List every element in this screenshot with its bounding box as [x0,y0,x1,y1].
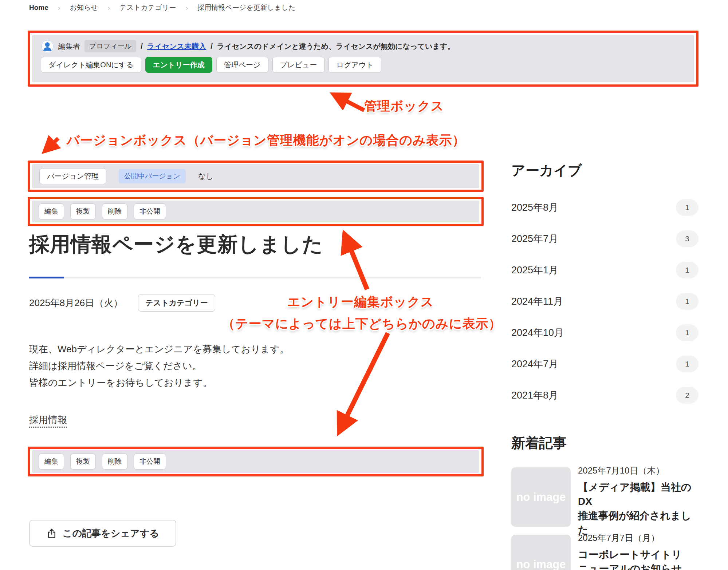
archive-item-2025-07[interactable]: 2025年7月 3 [511,229,699,249]
arrow-to-admin-box [334,95,364,110]
separator-slash: / [210,42,213,51]
breadcrumb: Home › お知らせ › テストカテゴリー › 採用情報ページを更新しました [29,3,295,12]
archive-label: 2024年7月 [511,357,558,371]
published-version-badge: 公開中バージョン [119,169,186,183]
editor-role-label: 編集者 [58,41,80,51]
recent-article-item[interactable]: no image 2025年7月7日（月） コーポレートサイトリ ニューアルのお… [511,532,699,570]
archive-label: 2024年10月 [511,326,564,339]
annotation-entry-edit-label: エントリー編集ボックス （テーマによっては上下どちらかのみに表示） [222,291,499,335]
archive-label: 2025年7月 [511,232,558,245]
archive-item-2024-10[interactable]: 2024年10月 1 [511,322,699,343]
archive-item-2024-11[interactable]: 2024年11月 1 [511,291,699,312]
article-date: 2025年7月7日（月） [578,532,699,544]
separator-slash: / [141,42,143,51]
body-paragraph: 詳細は採用情報ページをご覧ください。 [29,357,289,374]
no-image-placeholder: no image [511,535,571,570]
recent-articles-heading: 新着記事 [511,434,567,452]
preview-button[interactable]: プレビュー [272,57,325,73]
version-manage-button[interactable]: バージョン管理 [39,168,106,184]
archive-count-badge: 3 [676,230,699,247]
article-title: コーポレートサイトリ ニューアルのお知らせ [578,547,699,570]
category-badge[interactable]: テストカテゴリー [138,294,215,312]
breadcrumb-category-link[interactable]: テストカテゴリー [119,3,176,12]
admin-page-button[interactable]: 管理ページ [216,57,268,73]
archive-count-badge: 1 [676,356,699,372]
admin-box: 編集者 プロフィール / ライセンス未購入 / ライセンスのドメインと違うため、… [32,35,694,82]
title-divider [29,277,481,278]
user-avatar-icon [41,40,54,53]
breadcrumb-separator-icon: › [58,3,60,12]
archive-item-2025-01[interactable]: 2025年1月 1 [511,260,699,280]
archive-label: 2021年8月 [511,389,558,402]
article-title: 【メディア掲載】当社のDX 推進事例が紹介されました [578,480,699,537]
archive-label: 2025年1月 [511,264,558,277]
body-paragraph: 現在、Webディレクターとエンジニアを募集しております。 [29,341,289,357]
breadcrumb-current-page: 採用情報ページを更新しました [197,3,295,12]
entry-date: 2025年8月26日（火） [29,297,123,309]
entry-title: 採用情報ページを更新しました [29,231,323,258]
create-entry-button[interactable]: エントリー作成 [145,57,212,73]
entry-page: Home › お知らせ › テストカテゴリー › 採用情報ページを更新しました … [0,0,728,570]
recent-article-item[interactable]: no image 2025年7月10日（木） 【メディア掲載】当社のDX 推進事… [511,465,699,537]
recruit-info-link[interactable]: 採用情報 [29,413,67,428]
share-article-button[interactable]: この記事をシェアする [29,520,176,547]
body-paragraph: 皆様のエントリーをお待ちしております。 [29,374,289,391]
annotation-entry-line2: （テーマによっては上下どちらかのみに表示） [222,313,499,335]
archive-label: 2025年8月 [511,201,558,214]
article-date: 2025年7月10日（木） [578,465,699,476]
breadcrumb-separator-icon: › [185,3,188,12]
arrow-to-edit-box-top [345,235,367,289]
entry-edit-box-top: 編集 複製 削除 非公開 [32,201,479,222]
breadcrumb-home-link[interactable]: Home [29,4,48,12]
archive-item-2021-08[interactable]: 2021年8月 2 [511,385,699,405]
archive-count-badge: 1 [676,293,699,310]
edit-button[interactable]: 編集 [39,203,64,219]
annotation-entry-line1: エントリー編集ボックス [222,291,499,313]
share-icon [46,528,57,539]
duplicate-button[interactable]: 複製 [70,203,96,219]
unpublish-button[interactable]: 非公開 [134,454,166,470]
archive-item-2024-07[interactable]: 2024年7月 1 [511,354,699,374]
duplicate-button[interactable]: 複製 [70,454,96,470]
delete-button[interactable]: 削除 [102,454,127,470]
breadcrumb-news-link[interactable]: お知らせ [70,3,98,12]
version-box: バージョン管理 公開中バージョン なし [32,164,479,188]
archive-heading: アーカイブ [511,161,582,180]
archive-count-badge: 1 [676,262,699,278]
direct-edit-on-button[interactable]: ダイレクト編集ONにする [41,57,141,73]
published-version-value: なし [198,171,214,181]
share-button-label: この記事をシェアする [63,527,159,540]
logout-button[interactable]: ログアウト [328,57,381,73]
entry-edit-box-bottom: 編集 複製 削除 非公開 [32,450,479,473]
arrow-to-version-box [45,138,58,151]
unpublish-button[interactable]: 非公開 [134,203,166,219]
license-not-purchased-link[interactable]: ライセンス未購入 [147,41,206,51]
archive-label: 2024年11月 [511,295,563,308]
entry-body: 現在、Webディレクターとエンジニアを募集しております。 詳細は採用情報ページを… [29,341,289,391]
license-warning-text: ライセンスのドメインと違うため、ライセンスが無効になっています。 [217,41,455,51]
no-image-placeholder: no image [511,467,571,527]
breadcrumb-separator-icon: › [107,3,110,12]
annotation-version-box-label: バージョンボックス（バージョン管理機能がオンの場合のみ表示） [67,132,465,149]
annotation-admin-box-label: 管理ボックス [364,98,444,115]
profile-link[interactable]: プロフィール [84,40,136,52]
archive-count-badge: 1 [676,199,699,216]
edit-button[interactable]: 編集 [39,454,64,470]
arrow-to-edit-box-bottom [339,333,388,431]
divider-accent [29,277,64,278]
archive-count-badge: 1 [676,324,699,341]
archive-item-2025-08[interactable]: 2025年8月 1 [511,197,699,218]
archive-count-badge: 2 [676,387,699,404]
delete-button[interactable]: 削除 [102,203,127,219]
